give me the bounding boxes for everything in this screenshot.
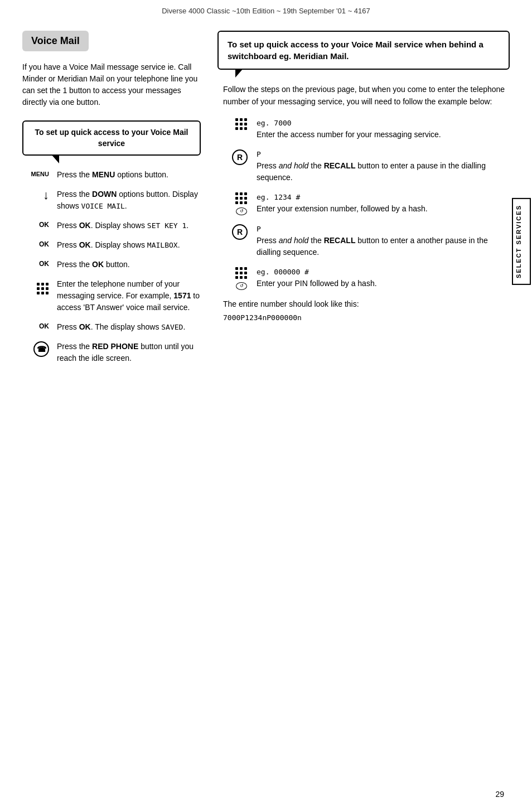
ok-label-3: OK: [39, 260, 49, 268]
step-down: ↓ Press the DOWN options button. Display…: [22, 188, 201, 212]
down-arrow-icon: ↓: [22, 188, 49, 201]
follow-text: Follow the steps on the previous page, b…: [217, 83, 510, 108]
step-ok-3: OK Press the OK button.: [22, 259, 201, 270]
right-step-pause-1: R P Press and hold the RECALL button to …: [223, 148, 510, 183]
page-header-text: Diverse 4000 Classic ~10th Edition ~ 19t…: [162, 7, 370, 15]
step-enter-number: Enter the telephone number of your messa…: [22, 278, 201, 313]
right-keypad-hash-icon: ↺: [223, 191, 248, 215]
setup-box-title: To set up quick access to your Voice Mai…: [32, 127, 191, 149]
right-column: To set up quick access to your Voice Mai…: [217, 31, 510, 372]
right-step-pause-text-1: P Press and hold the RECALL button to en…: [257, 148, 510, 183]
ok-label-2: OK: [39, 240, 49, 248]
step-ok-1: OK Press OK. Display shows SET KEY 1.: [22, 220, 201, 231]
menu-label: MENU: [31, 171, 49, 177]
ok-step-text-2: Press OK. Display shows MAILBOX.: [57, 239, 201, 251]
ok-label-saved: OK: [39, 322, 49, 330]
side-label: SELECT SERVICES: [512, 198, 531, 285]
right-circle-r-icon-2: R: [223, 223, 248, 240]
voice-mail-title: Voice Mail: [31, 35, 80, 47]
ok-saved-text: Press OK. The display shows SAVED.: [57, 321, 201, 333]
right-step-extension: ↺ eg. 1234 # Enter your extension number…: [223, 191, 510, 215]
intro-text: If you have a Voice Mail message service…: [22, 61, 201, 108]
red-phone-text: Press the RED PHONE button until you rea…: [57, 341, 201, 364]
menu-step-text: Press the MENU options button.: [57, 169, 201, 181]
final-mono-sequence: 7000P1234nP000000n: [217, 313, 510, 322]
enter-number-text: Enter the telephone number of your messa…: [57, 278, 201, 313]
ok-icon-2: OK: [22, 239, 49, 248]
right-step-pin: ↺ eg. 000000 # Enter your PIN followed b…: [223, 266, 510, 290]
right-step-access-num: eg. 7000 Enter the access number for you…: [223, 117, 510, 141]
right-steps-list: eg. 7000 Enter the access number for you…: [217, 117, 510, 290]
callout-box: To set up quick access to your Voice Mai…: [217, 31, 510, 70]
right-step-pause-2: R P Press and hold the RECALL button to …: [223, 223, 510, 258]
ok-icon-saved: OK: [22, 321, 49, 330]
step-menu: MENU Press the MENU options button.: [22, 169, 201, 181]
setup-quick-access-box: To set up quick access to your Voice Mai…: [22, 120, 201, 156]
steps-list: MENU Press the MENU options button. ↓ Pr…: [22, 169, 201, 364]
right-step-pin-text: eg. 000000 # Enter your PIN followed by …: [257, 266, 510, 289]
right-circle-r-icon-1: R: [223, 148, 248, 165]
ok-label-1: OK: [39, 221, 49, 229]
ok-step-text-3: Press the OK button.: [57, 259, 201, 270]
ok-icon-1: OK: [22, 220, 49, 229]
down-step-text: Press the DOWN options button. Display s…: [57, 188, 201, 212]
right-step-pause-text-2: P Press and hold the RECALL button to en…: [257, 223, 510, 258]
step-ok-saved: OK Press OK. The display shows SAVED.: [22, 321, 201, 333]
callout-title: To set up quick access to your Voice Mai…: [228, 38, 500, 62]
step-ok-2: OK Press OK. Display shows MAILBOX.: [22, 239, 201, 251]
keypad-icon-left: [22, 278, 49, 295]
right-keypad-hash-icon-2: ↺: [223, 266, 248, 290]
ok-icon-3: OK: [22, 259, 49, 268]
right-keypad-icon-1: [223, 117, 248, 130]
ok-step-text-1: Press OK. Display shows SET KEY 1.: [57, 220, 201, 231]
left-column: Voice Mail If you have a Voice Mail mess…: [22, 31, 201, 372]
voice-mail-title-box: Voice Mail: [22, 31, 89, 51]
step-red-phone: ☎ Press the RED PHONE button until you r…: [22, 341, 201, 364]
right-step-access-text: eg. 7000 Enter the access number for you…: [257, 117, 510, 141]
right-step-extension-text: eg. 1234 # Enter your extension number, …: [257, 191, 510, 215]
page-number: 29: [495, 790, 504, 799]
final-text: The entire number should look like this:: [217, 298, 510, 310]
phone-circle-icon: ☎: [22, 341, 49, 357]
menu-icon-label: MENU: [22, 169, 49, 178]
